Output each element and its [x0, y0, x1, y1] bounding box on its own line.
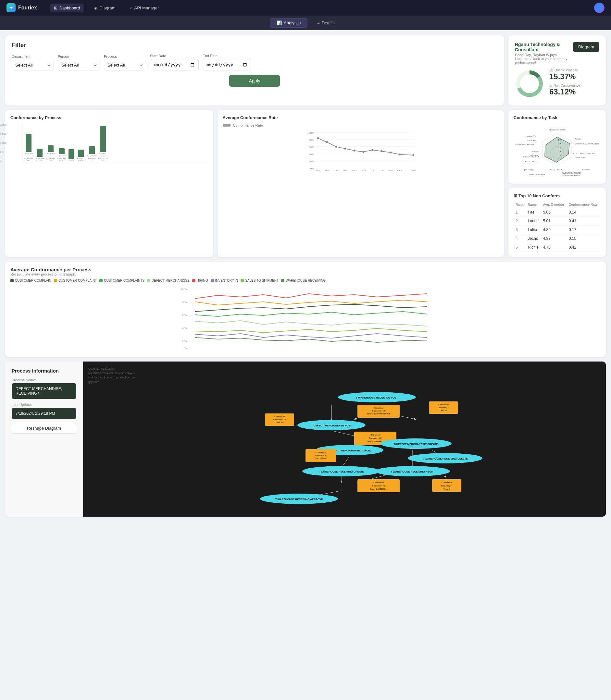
- svg-text:AUG: AUG: [379, 169, 384, 171]
- top-row: Filter Department Select All Person Sele…: [5, 35, 606, 105]
- nav-dashboard-label: Dashboard: [59, 5, 80, 10]
- radar-svg: RECEIVING POST Assign CUSTOMER COMPLAINT…: [515, 123, 599, 179]
- process-select[interactable]: Select All: [104, 60, 146, 71]
- legend-label-1: CUSTOMER COMPLAINT: [58, 279, 97, 282]
- filter-start-date-group: Start Date: [150, 54, 199, 71]
- bar-2: [48, 146, 54, 152]
- bar-label-4: HIRING: [68, 160, 75, 162]
- svg-text:Frequency: 18: Frequency: 18: [372, 410, 385, 412]
- svg-text:obation: obation: [532, 150, 538, 152]
- reshape-diagram-button[interactable]: Reshape Diagram: [12, 423, 76, 433]
- svg-text:T-WAREHOUSE RECEIVING ABORT: T-WAREHOUSE RECEIVING ABORT: [390, 470, 435, 473]
- svg-text:Time: 3.5: Time: 3.5: [275, 422, 284, 424]
- start-date-input[interactable]: [150, 59, 199, 71]
- legend-label-0: CUSTOMER COMPLAIN: [15, 279, 51, 282]
- process-info-title: Process Information: [12, 368, 76, 374]
- svg-text:100%: 100%: [181, 288, 187, 291]
- svg-text:Interview: Interview: [582, 169, 591, 171]
- end-date-input[interactable]: [203, 59, 251, 71]
- nav-dashboard[interactable]: ⊞ Dashboard: [50, 3, 84, 12]
- svg-text:T-WAREHOUSE RECEIVING APPROVE: T-WAREHOUSE RECEIVING APPROVE: [275, 498, 323, 501]
- svg-text:100%: 100%: [307, 132, 314, 134]
- svg-text:40%: 40%: [182, 327, 187, 330]
- name-5: Richie: [526, 243, 541, 252]
- svg-point-15: [317, 137, 319, 139]
- company-card: Nganu Technology & Consultant Good Day, …: [508, 35, 606, 105]
- svg-text:0.2: 0.2: [558, 154, 561, 156]
- bottom-section: Process Information Process Name: DEFECT…: [5, 362, 606, 517]
- bar-group-3: DEFECT MERCHANDISE: [57, 148, 66, 162]
- bar-group-0: CUSTOMER COMPLAINT: [24, 134, 33, 162]
- name-1: Fae: [526, 208, 541, 217]
- apply-button[interactable]: Apply: [229, 75, 280, 87]
- conf-rate-1: 0.14: [567, 208, 601, 217]
- svg-text:40%: 40%: [309, 153, 314, 156]
- svg-text:Assign: Assign: [575, 138, 581, 140]
- nonconform-value: 63.12%: [549, 87, 599, 96]
- legend-dot-5: [211, 279, 214, 282]
- company-greeting: Good Day, Rayhan Wijaya.: [515, 53, 573, 57]
- avatar[interactable]: 🌐: [594, 3, 605, 13]
- legend-label-2: CUSTOMER COMPLAINTS: [104, 279, 145, 282]
- sub-nav-details-label: Details: [322, 20, 335, 25]
- svg-text:SEP: SEP: [388, 169, 393, 171]
- app-logo-icon: ✦: [6, 3, 16, 12]
- bar-label-2: CUSTOMER COMPLAINTS: [46, 153, 56, 162]
- stats-text: 🕐 Ontime Process 15.37% ⚠ Non-Conformanc…: [549, 69, 599, 99]
- svg-text:OKT: OKT: [397, 169, 402, 171]
- nonconform-label: ⚠ Non-Conformance: [549, 84, 599, 87]
- svg-point-17: [335, 146, 337, 148]
- bar-label-5: INVENTORY IN: [76, 157, 86, 162]
- conf-rate-5: 0.42: [567, 243, 601, 252]
- line-chart-legend: Conformance Rate: [223, 123, 499, 127]
- nc-table-body: 1 Fae 5.06 0.14 2 Larine 5.01 0.41 3: [513, 208, 601, 252]
- nav-diagram-label: Diagram: [99, 5, 115, 10]
- donut-chart: [515, 69, 544, 98]
- bar-label-7: WAREHOUSE RECEIVING: [98, 153, 108, 162]
- sub-nav-analytics[interactable]: 📊 Analytics: [270, 18, 308, 28]
- line-chart-svg: 100% 80% 60% 40% 20% 0%: [223, 129, 499, 171]
- start-date-label: Start Date: [150, 54, 199, 58]
- nav-api-manager[interactable]: ⟐ API Manager: [126, 3, 163, 12]
- svg-text:DEFECT MERCHA: DEFECT MERCHA: [549, 169, 566, 171]
- process-info-panel: Process Information Process Name: DEFECT…: [5, 362, 83, 517]
- nonconform-stat: ⚠ Non-Conformance 63.12%: [549, 84, 599, 96]
- svg-text:Frequency: 15: Frequency: 15: [315, 454, 327, 456]
- svg-text:<Transition>: <Transition>: [373, 407, 384, 409]
- diagram-icon: ◈: [94, 5, 98, 10]
- legend-row: CUSTOMER COMPLAIN CUSTOMER COMPLAINT CUS…: [10, 279, 601, 282]
- svg-point-25: [412, 154, 414, 156]
- legend-line-icon: [223, 124, 230, 126]
- svg-point-20: [362, 151, 364, 153]
- svg-text:INVENTORY IN CREA: INVENTORY IN CREA: [562, 172, 582, 174]
- svg-marker-40: [545, 137, 569, 162]
- legend-item-7: WAREHOUSE RECEIVING: [281, 279, 326, 282]
- process-name-value: DEFECT MERCHANDISE, RECEIVING \: [12, 383, 76, 399]
- svg-text:Frequency: 2: Frequency: 2: [438, 407, 449, 409]
- company-diagram-button[interactable]: Diagram: [573, 42, 599, 52]
- avg-conformance-rate-card: Average Conformance Rate Conformance Rat…: [218, 110, 504, 257]
- bar-4: [69, 149, 74, 159]
- department-select[interactable]: Select All: [12, 60, 54, 71]
- donut-svg: [515, 69, 544, 98]
- rank-header: Rank: [513, 201, 526, 208]
- svg-point-22: [381, 150, 383, 152]
- svg-text:JUN: JUN: [361, 169, 366, 171]
- name-3: Lulita: [526, 226, 541, 234]
- top-nav: ✦ Fouriex ⊞ Dashboard ◈ Diagram ⟐ API Ma…: [0, 0, 611, 16]
- svg-text:Order: Order: [540, 173, 545, 176]
- avg-proc-subtitle: Recapitulate every process on this graph…: [10, 272, 601, 276]
- svg-text:Frequency: 18: Frequency: 18: [273, 419, 286, 421]
- legend-dot-3: [147, 279, 150, 282]
- bar-chart-container: 2,000 1,500 1,000 500 0 CUSTOMER COMPLAI…: [10, 123, 208, 162]
- last-update-value: 7/18/2024, 2:29:18 PM: [12, 408, 76, 419]
- diagram-area: GoJS 3.0 evaluation (c) 1998-2024 Northw…: [83, 362, 606, 517]
- top-non-conform-title: ⊞ Top 10 Non Conform: [513, 194, 601, 198]
- y-axis-labels: 2,000 1,500 1,000 500 0: [0, 123, 6, 162]
- legend-dot-7: [281, 279, 284, 282]
- nav-diagram[interactable]: ◈ Diagram: [90, 3, 119, 12]
- sub-nav-details[interactable]: ≡ Details: [311, 18, 341, 28]
- filter-process-group: Process Select All: [104, 55, 146, 71]
- svg-text:0.6: 0.6: [558, 147, 561, 149]
- person-select[interactable]: Select All: [58, 60, 100, 71]
